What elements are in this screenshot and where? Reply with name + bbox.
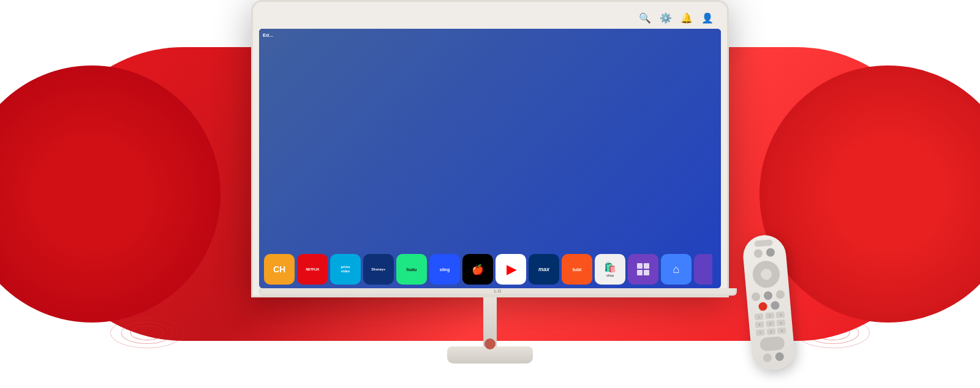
disney-label: Disney+ <box>371 267 385 271</box>
remote-num-9[interactable]: 9 <box>777 327 786 334</box>
monitor-bottom-bar: LG <box>259 288 737 296</box>
tv-ui: 🍎 🍎 TV+ FOUNDATION Watch now Subscriptio… <box>259 29 721 288</box>
app-prime[interactable]: primevideo <box>330 254 361 285</box>
remote-bottom-strip <box>760 336 785 351</box>
remote-grid: 1 2 3 4 5 6 7 8 9 <box>748 311 793 337</box>
remote-num-7[interactable]: 7 <box>756 329 765 336</box>
remote-dpad-center[interactable] <box>760 268 772 280</box>
app-sling[interactable]: sling <box>429 254 460 285</box>
remote-btn-right[interactable] <box>766 248 775 257</box>
cards-row: PC Home Office Work on a large screen <box>264 202 716 245</box>
remote-num-6[interactable]: 6 <box>777 319 786 326</box>
app-extra[interactable] <box>694 254 712 285</box>
remote-prime-btn[interactable] <box>771 301 780 310</box>
remote-btn-row-3 <box>747 300 791 312</box>
monitor-screen: 🍎 🍎 TV+ FOUNDATION Watch now Subscriptio… <box>259 29 721 288</box>
app-home-control[interactable]: ⌂ <box>661 254 692 285</box>
card-edu[interactable]: Ed... <box>665 202 702 245</box>
remote-num-1[interactable]: 1 <box>755 313 764 320</box>
stand-red-circle <box>484 338 496 349</box>
lg-brand-label: LG <box>494 288 502 294</box>
monitor-top-bar: 🔍 ⚙️ 🔔 👤 <box>259 8 721 29</box>
remote-num-4[interactable]: 4 <box>755 321 764 328</box>
remote-num-2[interactable]: 2 <box>765 312 774 319</box>
remote-btn-row-1 <box>742 247 786 259</box>
apps-grid-icon <box>637 263 649 275</box>
app-tubi[interactable]: tubi <box>562 254 592 285</box>
app-netflix[interactable]: NETFLIX <box>297 254 328 285</box>
remote-back-btn[interactable] <box>752 292 761 301</box>
max-label: max <box>538 266 549 272</box>
app-shop[interactable]: 🛍️ shop <box>595 254 625 285</box>
edu-bg <box>665 202 702 245</box>
monitor-frame: 🔍 ⚙️ 🔔 👤 � <box>251 0 729 297</box>
apps-row: CH NETFLIX primevideo Disney+ <box>264 254 716 285</box>
monitor-assembly: 🔍 ⚙️ 🔔 👤 � <box>251 0 729 364</box>
remote-top-button[interactable] <box>754 239 773 247</box>
home-control-icon: ⌂ <box>673 263 680 276</box>
notification-icon[interactable]: 🔔 <box>680 12 693 24</box>
remote-ch-btn[interactable] <box>775 352 784 361</box>
monitor-stand-neck <box>483 297 497 346</box>
remote-btn-row-4 <box>752 351 795 364</box>
app-apps[interactable] <box>628 254 658 285</box>
sound-rings-right <box>796 315 870 351</box>
shop-label: shop <box>606 274 614 277</box>
netflix-label: NETFLIX <box>306 267 319 271</box>
remote-menu-btn[interactable] <box>775 290 785 299</box>
search-icon[interactable]: 🔍 <box>639 12 651 24</box>
tubi-label: tubi <box>573 267 582 272</box>
remote-num-3[interactable]: 3 <box>776 312 785 318</box>
remote-dpad[interactable] <box>752 259 781 289</box>
ring-l-3 <box>130 326 164 340</box>
app-disney[interactable]: Disney+ <box>363 254 394 285</box>
prime-label: primevideo <box>341 265 350 274</box>
profile-icon[interactable]: 👤 <box>701 12 714 24</box>
youtube-play-icon: ▶ <box>507 262 516 277</box>
remote-num-8[interactable]: 8 <box>766 328 775 335</box>
app-youtube[interactable]: ▶ <box>496 254 526 285</box>
shop-bag-icon: 🛍️ <box>604 261 616 273</box>
channels-label: CH <box>273 264 285 274</box>
sound-rings-left <box>110 315 184 351</box>
remote-home-btn[interactable] <box>763 291 772 300</box>
remote-num-5[interactable]: 5 <box>766 320 775 327</box>
sling-label: sling <box>440 267 450 272</box>
app-channels[interactable]: CH <box>264 254 295 285</box>
app-max[interactable]: max <box>529 254 559 285</box>
app-hulu[interactable]: hulu <box>396 254 427 285</box>
hulu-label: hulu <box>407 267 417 272</box>
remote-netflix-btn[interactable] <box>758 302 767 311</box>
settings-icon[interactable]: ⚙️ <box>660 12 672 24</box>
remote-btn-left[interactable] <box>753 249 763 258</box>
remote-vol-btn[interactable] <box>763 353 772 362</box>
app-apple-tv[interactable]: 🍎 <box>462 254 493 285</box>
apple-tv-icon: 🍎 <box>472 264 484 275</box>
ring-r-3 <box>816 326 850 340</box>
bottom-section: PC Home Office Work on a large screen <box>259 198 721 288</box>
